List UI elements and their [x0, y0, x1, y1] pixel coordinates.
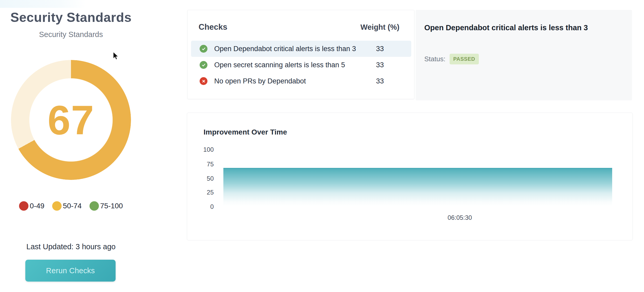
check-row-open-prs[interactable]: No open PRs by Dependabot 33 [191, 73, 411, 89]
legend-label: 50-74 [63, 202, 82, 210]
status-label: Status: [424, 55, 445, 63]
area-series-score [223, 168, 612, 206]
legend-item-high: 75-100 [90, 201, 123, 211]
legend-item-low: 0-49 [19, 201, 44, 211]
y-axis-tick-75: 75 [195, 161, 214, 167]
page-title: Security Standards [0, 10, 142, 25]
check-circle-icon [200, 61, 207, 69]
mouse-cursor-icon [113, 52, 121, 62]
legend-item-mid: 50-74 [52, 201, 82, 211]
y-axis-tick-50: 50 [195, 175, 214, 182]
check-label: Open Dependabot critical alerts is less … [214, 45, 356, 53]
check-weight: 33 [353, 61, 407, 69]
page-subtitle: Security Standards [0, 30, 142, 39]
score-value: 67 [11, 60, 131, 180]
y-axis-tick-25: 25 [195, 189, 214, 196]
x-circle-icon [200, 77, 207, 85]
legend-dot-green [90, 201, 99, 211]
legend-label: 0-49 [30, 202, 44, 210]
check-row-secret-scanning[interactable]: Open secret scanning alerts is less than… [191, 57, 411, 73]
score-legend: 0-49 50-74 75-100 [0, 201, 142, 211]
check-row-dependabot-critical[interactable]: Open Dependabot critical alerts is less … [191, 41, 411, 57]
check-circle-icon [200, 45, 207, 53]
check-label: Open secret scanning alerts is less than… [214, 61, 345, 69]
status-badge: PASSED [450, 54, 479, 64]
checks-table-header: Checks Weight (%) [188, 21, 414, 34]
check-weight: 33 [353, 45, 407, 53]
legend-dot-red [19, 201, 28, 211]
scorecard-column: Security Standards Security Standards [0, 0, 142, 39]
checks-column-header: Checks [199, 21, 227, 34]
check-label: No open PRs by Dependabot [214, 77, 306, 85]
status-row: Status: PASSED [424, 54, 479, 64]
detail-panel-title: Open Dependabot critical alerts is less … [424, 23, 623, 32]
y-axis-tick-100: 100 [195, 147, 214, 153]
last-updated-text: Last Updated: 3 hours ago [0, 242, 142, 251]
y-axis-tick-0: 0 [195, 204, 214, 210]
improvement-chart-card: Improvement Over Time 100 75 50 25 0 06:… [187, 113, 633, 240]
legend-dot-amber [52, 201, 62, 211]
chart-title: Improvement Over Time [204, 128, 287, 136]
weight-column-header: Weight (%) [353, 21, 407, 34]
x-axis-tick-time: 06:05:30 [444, 214, 475, 221]
legend-label: 75-100 [100, 202, 123, 210]
score-gauge: 67 [11, 60, 131, 180]
check-weight: 33 [353, 77, 407, 85]
rerun-checks-button[interactable]: Rerun Checks [25, 260, 116, 282]
checks-card: Checks Weight (%) Open Dependabot critic… [187, 10, 414, 99]
check-detail-panel: Open Dependabot critical alerts is less … [416, 10, 632, 100]
